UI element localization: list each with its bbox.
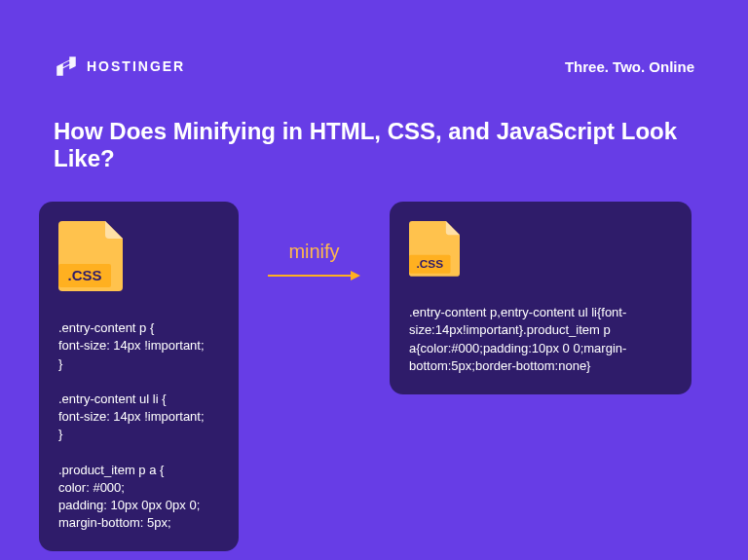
svg-text:.CSS: .CSS xyxy=(416,257,443,271)
page-title: How Does Minifying in HTML, CSS, and Jav… xyxy=(0,79,748,202)
css-file-icon: .CSS xyxy=(58,221,123,295)
hostinger-logo-icon xyxy=(54,54,79,79)
main-content: .CSS .entry-content p { font-size: 14px … xyxy=(0,202,748,551)
header: HOSTINGER Three. Two. Online xyxy=(0,0,748,79)
arrow-label: minify xyxy=(288,241,339,263)
css-file-icon: .CSS xyxy=(409,221,460,280)
brand-logo: HOSTINGER xyxy=(54,54,185,79)
svg-text:.CSS: .CSS xyxy=(67,267,101,283)
after-card: .CSS .entry-content p,entry-content ul l… xyxy=(390,202,692,394)
arrow-icon xyxy=(268,269,360,282)
arrow-column: minify xyxy=(268,202,360,282)
before-card: .CSS .entry-content p { font-size: 14px … xyxy=(39,202,239,551)
before-code: .entry-content p { font-size: 14px !impo… xyxy=(58,319,219,532)
after-code: .entry-content p,entry-content ul li{fon… xyxy=(409,304,672,375)
tagline: Three. Two. Online xyxy=(565,58,694,75)
brand-name: HOSTINGER xyxy=(87,58,185,74)
